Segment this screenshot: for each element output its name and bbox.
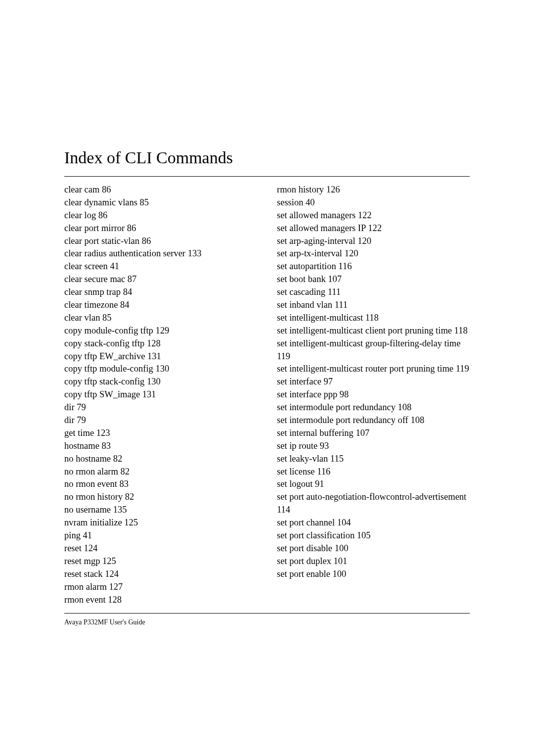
index-entry: no rmon event 83 [64,478,257,491]
index-entry: set intermodule port redundancy 108 [277,401,470,414]
index-entry: set arp-aging-interval 120 [277,235,470,248]
index-entry: set inband vlan 111 [277,299,470,312]
index-entry: reset mgp 125 [64,555,257,568]
index-entry: set port disable 100 [277,542,470,555]
index-entry: clear cam 86 [64,184,257,196]
right-column: rmon history 126session 40set allowed ma… [277,184,470,606]
index-entry: set intelligent-multicast group-filterin… [277,337,470,363]
index-entry: set allowed managers 122 [277,209,470,222]
index-entry: set autopartition 116 [277,260,470,273]
footer-text: Avaya P332MF User's Guide [64,618,470,626]
index-entry: rmon history 126 [277,184,470,196]
index-columns: clear cam 86clear dynamic vlans 85clear … [64,184,470,606]
index-entry: copy module-config tftp 129 [64,325,257,337]
index-entry: session 40 [277,196,470,209]
index-entry: set port duplex 101 [277,555,470,568]
index-entry: clear dynamic vlans 85 [64,196,257,209]
left-column: clear cam 86clear dynamic vlans 85clear … [64,184,257,606]
index-entry: get time 123 [64,427,257,440]
index-entry: copy stack-config tftp 128 [64,337,257,350]
index-entry: copy tftp SW_image 131 [64,388,257,401]
index-entry: hostname 83 [64,440,257,453]
index-entry: set intelligent-multicast client port pr… [277,325,470,337]
index-entry: set interface ppp 98 [277,388,470,401]
index-entry: clear port mirror 86 [64,222,257,235]
index-entry: dir 79 [64,401,257,414]
index-entry: set port auto-negotiation-flowcontrol-ad… [277,491,470,517]
index-entry: clear log 86 [64,209,257,222]
index-entry: set port classification 105 [277,529,470,542]
index-entry: reset 124 [64,542,257,555]
index-entry: set leaky-vlan 115 [277,453,470,466]
index-entry: no hostname 82 [64,453,257,466]
index-entry: dir 79 [64,414,257,427]
index-entry: reset stack 124 [64,568,257,581]
index-entry: set internal buffering 107 [277,427,470,440]
page-container: Index of CLI Commands clear cam 86clear … [0,0,534,656]
index-entry: set intelligent-multicast router port pr… [277,363,470,376]
index-entry: set intermodule port redundancy off 108 [277,414,470,427]
index-entry: copy tftp module-config 130 [64,363,257,376]
divider-top [64,176,470,177]
index-entry: clear screen 41 [64,260,257,273]
index-entry: set ip route 93 [277,440,470,453]
page-title: Index of CLI Commands [64,148,470,167]
index-entry: copy tftp EW_archive 131 [64,350,257,363]
index-entry: clear port static-vlan 86 [64,235,257,248]
index-entry: copy tftp stack-config 130 [64,376,257,388]
index-entry: set cascading 111 [277,286,470,299]
index-entry: no rmon history 82 [64,491,257,504]
index-entry: clear vlan 85 [64,312,257,325]
index-entry: rmon event 128 [64,594,257,607]
index-entry: set logout 91 [277,478,470,491]
index-entry: set arp-tx-interval 120 [277,247,470,260]
index-entry: rmon alarm 127 [64,581,257,594]
index-entry: no username 135 [64,504,257,517]
index-entry: ping 41 [64,529,257,542]
index-entry: set interface 97 [277,376,470,388]
index-entry: no rmon alarm 82 [64,466,257,478]
index-entry: clear radius authentication server 133 [64,247,257,260]
index-entry: clear snmp trap 84 [64,286,257,299]
divider-bottom [64,613,470,614]
index-entry: set license 116 [277,466,470,478]
index-entry: set boot bank 107 [277,273,470,286]
index-entry: nvram initialize 125 [64,517,257,529]
index-entry: set port enable 100 [277,568,470,581]
index-entry: clear timezone 84 [64,299,257,312]
index-entry: set port channel 104 [277,517,470,529]
index-entry: clear secure mac 87 [64,273,257,286]
index-entry: set intelligent-multicast 118 [277,312,470,325]
index-entry: set allowed managers IP 122 [277,222,470,235]
